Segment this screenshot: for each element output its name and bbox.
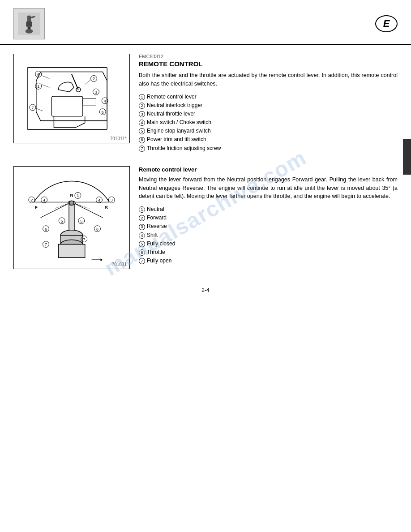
num-circle: 6 xyxy=(139,249,145,256)
diagram1-box: 1 2 3 4 5 6 xyxy=(13,54,130,143)
list-item-text: Throttle xyxy=(147,248,165,257)
svg-text:3: 3 xyxy=(111,198,113,202)
svg-rect-1 xyxy=(27,16,31,22)
svg-text:5: 5 xyxy=(102,110,104,115)
list-item: 5 Engine stop lanyard switch xyxy=(139,127,398,135)
num-circle: 4 xyxy=(139,232,145,239)
list-item-text: Engine stop lanyard switch xyxy=(147,127,211,135)
list-item: 4 Shift xyxy=(139,231,398,240)
list-item: 3 Neutral throttle lever xyxy=(139,110,398,118)
svg-rect-2 xyxy=(26,21,32,27)
list-item-text: Neutral xyxy=(147,205,164,214)
svg-line-26 xyxy=(85,80,91,84)
list-item-text: Throttle friction adjusting screw xyxy=(147,144,221,153)
num-circle: 3 xyxy=(139,224,145,230)
diagram2-svg: N F R 1 2 3 4 xyxy=(14,167,129,269)
num-circle: 2 xyxy=(139,215,145,221)
list-item: 2 Neutral interlock trigger xyxy=(139,101,398,110)
page-header: E xyxy=(0,0,411,45)
page-number: 2-4 xyxy=(13,278,398,298)
list-item: 2 Forward xyxy=(139,214,398,222)
list-item: 3 Reverse xyxy=(139,222,398,231)
list-item-text: Main switch / Choke switch xyxy=(147,118,211,127)
list-item-text: Forward xyxy=(147,214,167,222)
section-letter: E xyxy=(375,15,398,32)
svg-text:5: 5 xyxy=(80,219,82,223)
section1-list: 1 Remote control lever 2 Neutral interlo… xyxy=(139,93,398,153)
diagram2-box: N F R 1 2 3 4 xyxy=(13,166,130,269)
list-item-text: Remote control lever xyxy=(147,93,197,101)
list-item: 7 Throttle friction adjusting screw xyxy=(139,144,398,153)
list-item: 4 Main switch / Choke switch xyxy=(139,118,398,127)
section2-text: Remote control lever Moving the lever fo… xyxy=(139,166,398,269)
svg-rect-36 xyxy=(69,203,74,234)
section1-body: Both the shifter and the throttle are ac… xyxy=(139,71,398,88)
section2-row: N F R 1 2 3 4 xyxy=(13,166,398,269)
svg-text:2: 2 xyxy=(93,77,95,81)
main-content: 1 2 3 4 5 6 xyxy=(0,45,411,307)
svg-text:6: 6 xyxy=(37,73,39,77)
list-item: 6 Power trim and tilt switch xyxy=(139,135,398,144)
num-circle: 2 xyxy=(139,103,145,109)
svg-line-25 xyxy=(42,84,50,87)
svg-point-38 xyxy=(69,201,74,205)
svg-text:3: 3 xyxy=(95,90,97,94)
svg-marker-69 xyxy=(100,258,103,261)
section2-list: 1 Neutral 2 Forward 3 Reverse 4 Shift xyxy=(139,205,398,265)
svg-text:4: 4 xyxy=(98,198,100,202)
svg-text:4: 4 xyxy=(104,99,106,103)
diagram1-label: 701011* xyxy=(110,136,127,141)
svg-text:6: 6 xyxy=(45,227,47,232)
section1-row: 1 2 3 4 5 6 xyxy=(13,54,398,153)
list-item-text: Fully closed xyxy=(147,240,175,248)
list-item: 7 Fully open xyxy=(139,257,398,265)
diagram1-svg: 1 2 3 4 5 6 xyxy=(14,54,129,143)
emc-code: EMC80312 xyxy=(139,54,398,59)
list-item: 5 Fully closed xyxy=(139,240,398,248)
svg-point-4 xyxy=(26,29,33,34)
svg-line-32 xyxy=(72,202,103,218)
list-item-text: Power trim and tilt switch xyxy=(147,135,206,144)
svg-line-27 xyxy=(42,76,50,79)
svg-line-28 xyxy=(36,108,43,111)
section1-title: REMOTE CONTROL xyxy=(139,60,398,68)
svg-rect-42 xyxy=(58,244,85,257)
list-item: 1 Remote control lever xyxy=(139,93,398,101)
num-circle: 1 xyxy=(139,206,145,213)
svg-text:R: R xyxy=(105,205,108,210)
svg-text:1: 1 xyxy=(77,193,79,198)
list-item-text: Neutral interlock trigger xyxy=(147,101,202,110)
svg-text:7: 7 xyxy=(83,237,85,241)
num-circle: 5 xyxy=(139,241,145,247)
num-circle: 5 xyxy=(139,128,145,134)
section2-subtitle: Remote control lever xyxy=(139,166,398,173)
section-tab xyxy=(403,139,411,175)
list-item-text: Fully open xyxy=(147,257,171,265)
svg-text:5: 5 xyxy=(61,219,63,223)
list-item: 1 Neutral xyxy=(139,205,398,214)
svg-text:7: 7 xyxy=(31,106,34,110)
diagram2-label: 701031 xyxy=(112,262,127,267)
svg-text:7: 7 xyxy=(45,242,47,247)
section2-body: Moving the lever forward from the Neutra… xyxy=(139,176,398,201)
list-item-text: Neutral throttle lever xyxy=(147,110,195,118)
svg-text:4: 4 xyxy=(43,198,45,202)
num-circle: 7 xyxy=(139,146,145,152)
svg-text:F: F xyxy=(35,205,38,210)
svg-line-30 xyxy=(41,202,72,218)
svg-text:1: 1 xyxy=(37,84,39,89)
svg-text:N: N xyxy=(70,193,73,197)
svg-rect-10 xyxy=(83,99,96,105)
num-circle: 6 xyxy=(139,137,145,143)
num-circle: 7 xyxy=(139,258,145,264)
num-circle: 1 xyxy=(139,94,145,100)
list-item: 6 Throttle xyxy=(139,248,398,257)
num-circle: 4 xyxy=(139,120,145,126)
motor-icon xyxy=(18,13,40,35)
section1-text: EMC80312 REMOTE CONTROL Both the shifter… xyxy=(139,54,398,153)
svg-text:6: 6 xyxy=(96,227,98,232)
svg-rect-9 xyxy=(51,96,82,116)
list-item-text: Reverse xyxy=(147,222,167,231)
logo xyxy=(13,8,45,39)
num-circle: 3 xyxy=(139,111,145,117)
